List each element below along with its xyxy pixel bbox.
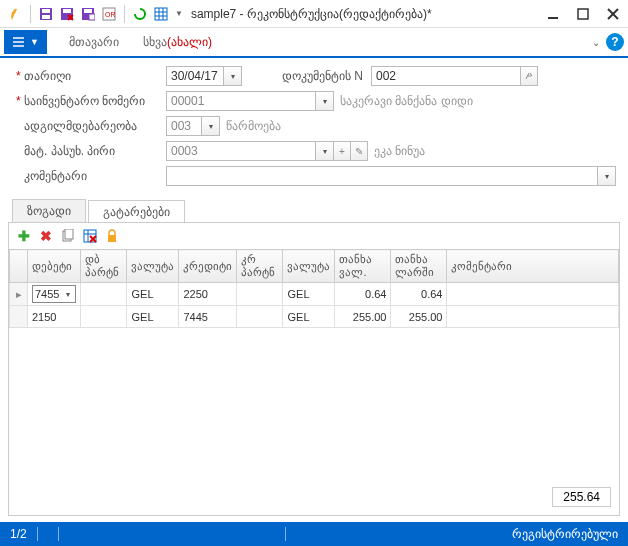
form-area: *თარიღი 30/04/17 ▾ დოკუმენტის N 002 *საი…	[0, 58, 628, 195]
entries-table[interactable]: დებეტი დბ პარტნ ვალუტა კრედიტი კრ პარტნ …	[9, 249, 619, 328]
svg-rect-10	[155, 8, 167, 20]
tab-other[interactable]: სხვა(ახალი)	[143, 35, 212, 49]
chevron-down-icon[interactable]: ▾	[316, 91, 334, 111]
docnum-field[interactable]: 002	[371, 66, 521, 86]
status-position: 1/2	[10, 527, 27, 541]
col-credit[interactable]: კრედიტი	[179, 250, 237, 283]
col-amt-cur[interactable]: თანხა ვალ.	[335, 250, 391, 283]
resp-field[interactable]: 0003 ▾	[166, 141, 334, 161]
svg-rect-23	[65, 229, 73, 239]
quick-access-toolbar: ORF ▼	[6, 5, 183, 23]
ribbon: ▼ მთავარი სხვა(ახალი) ⌄ ?	[0, 28, 628, 58]
col-db-part[interactable]: დბ პარტნ	[81, 250, 127, 283]
list-icon	[12, 36, 26, 48]
docnum-label: დოკუმენტის N	[282, 69, 363, 83]
tab-main[interactable]: მთავარი	[69, 35, 119, 49]
svg-text:ORF: ORF	[105, 11, 116, 18]
svg-rect-2	[42, 15, 50, 19]
save-close-icon[interactable]	[58, 5, 76, 23]
edit-button[interactable]: ✎	[350, 141, 368, 161]
detail-tabs: ზოგადი გატარებები	[12, 199, 628, 222]
svg-rect-7	[89, 14, 95, 20]
col-cr-part[interactable]: კრ პარტნ	[237, 250, 283, 283]
tab-general[interactable]: ზოგადი	[12, 199, 86, 222]
delete-row-icon[interactable]: ✖	[37, 227, 55, 245]
svg-rect-16	[578, 9, 588, 19]
comment-label: კომენტარი	[16, 169, 146, 183]
qat-dropdown[interactable]: ▼	[175, 9, 183, 18]
clear-icon[interactable]: ORF	[100, 5, 118, 23]
col-amt-gel[interactable]: თანხა ლარში	[391, 250, 447, 283]
col-curr2[interactable]: ვალუტა	[283, 250, 335, 283]
svg-rect-1	[42, 9, 50, 13]
save-new-icon[interactable]	[79, 5, 97, 23]
file-menu-button[interactable]: ▼	[4, 30, 47, 54]
copy-row-icon[interactable]	[59, 227, 77, 245]
loc-desc: წარმოება	[226, 119, 281, 133]
resp-label: მატ. პასუხ. პირი	[16, 144, 146, 158]
titlebar: ORF ▼ sample7 - რეკონსტრუქცია(რედაქტირებ…	[0, 0, 628, 28]
help-icon[interactable]: ?	[606, 33, 624, 51]
loc-field[interactable]: 003 ▾	[166, 116, 220, 136]
plus-button[interactable]: +	[333, 141, 351, 161]
chevron-down-icon[interactable]: ▾	[224, 66, 242, 86]
grid-container: ✚ ✖ დებეტი დბ პარტნ ვალუტა კრედიტი კრ პა…	[8, 222, 620, 516]
save-icon[interactable]	[37, 5, 55, 23]
chevron-down-icon[interactable]: ▾	[202, 116, 220, 136]
svg-rect-4	[63, 9, 71, 13]
grid-toolbar: ✚ ✖	[9, 223, 619, 249]
col-debit[interactable]: დებეტი	[28, 250, 81, 283]
refresh-icon[interactable]	[131, 5, 149, 23]
date-field[interactable]: 30/04/17 ▾	[166, 66, 242, 86]
grid-delete-icon[interactable]	[81, 227, 99, 245]
grid-total: 255.64	[552, 487, 611, 507]
lock-icon[interactable]	[103, 227, 121, 245]
window-title: sample7 - რეკონსტრუქცია(რედაქტირება)*	[191, 7, 544, 21]
chevron-down-icon[interactable]: ▾	[598, 166, 616, 186]
col-currency[interactable]: ვალუტა	[127, 250, 179, 283]
statusbar: 1/2 რეგისტრირებული	[0, 522, 628, 546]
date-label: *თარიღი	[16, 69, 146, 83]
svg-rect-6	[84, 9, 92, 13]
collapse-ribbon-icon[interactable]: ⌄	[592, 37, 600, 48]
inv-desc: საკერავი მანქანა დიდი	[340, 94, 473, 108]
status-state: რეგისტრირებული	[512, 527, 618, 541]
minimize-button[interactable]	[544, 5, 562, 23]
chevron-down-icon[interactable]: ▾	[316, 141, 334, 161]
maximize-button[interactable]	[574, 5, 592, 23]
loc-label: ადგილმდებარეობა	[16, 119, 146, 133]
tab-entries[interactable]: გატარებები	[88, 200, 185, 223]
col-comment[interactable]: კომენტარი	[447, 250, 619, 283]
svg-rect-29	[108, 235, 116, 242]
table-row[interactable]: 2150 GEL 7445 GEL 255.00 255.00	[10, 306, 619, 328]
inv-label: *საინვენტარო ნომერი	[16, 94, 146, 108]
app-icon	[6, 5, 24, 23]
debit-cell-editor[interactable]: 7455▾	[32, 285, 76, 303]
resp-desc: ეკა ნინუა	[374, 144, 425, 158]
comment-field[interactable]: ▾	[166, 166, 616, 186]
grid-icon[interactable]	[152, 5, 170, 23]
table-row[interactable]: ▸ 7455▾ GEL 2250 GEL 0.64 0.64	[10, 283, 619, 306]
close-button[interactable]	[604, 5, 622, 23]
inv-field[interactable]: 00001 ▾	[166, 91, 334, 111]
add-row-icon[interactable]: ✚	[15, 227, 33, 245]
docnum-lookup-button[interactable]	[520, 66, 538, 86]
